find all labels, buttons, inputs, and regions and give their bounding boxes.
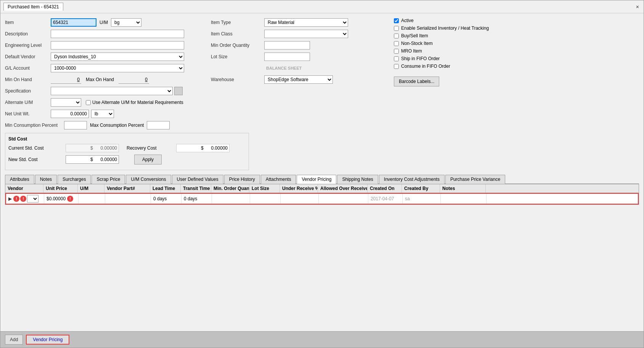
- min-order-qty-label: Min Order Quantity: [211, 43, 264, 48]
- new-std-cost-input[interactable]: [66, 155, 119, 164]
- col-header-lot-size: Lot Size: [249, 184, 280, 193]
- tab-vendor-pricing[interactable]: Vendor Pricing: [297, 175, 336, 184]
- cell-vendor-part: [105, 194, 151, 204]
- tab-price-history[interactable]: Price History: [224, 175, 260, 184]
- um-select[interactable]: bg: [111, 18, 141, 27]
- warehouse-select[interactable]: ShopEdge Software: [264, 75, 333, 84]
- item-class-select[interactable]: [264, 30, 348, 38]
- engineering-input[interactable]: [51, 41, 184, 49]
- bottom-bar: Add Vendor Pricing: [0, 331, 644, 348]
- min-consumption-input[interactable]: [64, 121, 87, 129]
- non-stock-label: Non-Stock Item: [401, 41, 433, 46]
- lot-size-row: Lot Size: [211, 52, 386, 61]
- new-std-cost-label: New Std. Cost: [8, 157, 58, 162]
- col-header-under-receive: Under Receive %: [280, 184, 318, 193]
- engineering-label: Engineering Level: [5, 43, 51, 48]
- specification-color-btn[interactable]: [174, 87, 183, 95]
- vendor-dropdown[interactable]: [27, 195, 39, 203]
- active-checkbox[interactable]: [394, 18, 399, 23]
- recovery-cost-label: Recovery Cost: [127, 145, 169, 151]
- add-button[interactable]: Add: [5, 335, 23, 345]
- item-type-select[interactable]: Raw Material: [264, 18, 348, 27]
- tab-surcharges[interactable]: Surcharges: [58, 175, 91, 184]
- cell-under-receive: [281, 194, 319, 204]
- lot-size-input[interactable]: [264, 53, 310, 61]
- use-alternate-um-label: Use Alternate U/M for Material Requireme…: [92, 100, 183, 105]
- min-max-row: Min On Hand Max On Hand: [5, 75, 203, 84]
- gl-account-select[interactable]: 1000-0000: [51, 64, 184, 72]
- cell-created-by: sa: [403, 194, 441, 204]
- min-order-qty-row: Min Order Quantity: [211, 41, 386, 50]
- consume-fifo-label: Consume in FIFO Order: [401, 64, 450, 69]
- tab-attributes[interactable]: Attributes: [5, 175, 34, 184]
- use-alternate-um-checkbox[interactable]: [86, 100, 91, 105]
- tabs: Attributes Notes Surcharges Scrap Price …: [5, 175, 639, 184]
- net-unit-wt-unit-select[interactable]: lb: [91, 110, 114, 118]
- table-row[interactable]: ▶ ! ! $0.00000 ! 0 days 0 days: [5, 193, 639, 204]
- consume-fifo-checkbox[interactable]: [394, 64, 399, 69]
- min-order-qty-input[interactable]: [264, 41, 310, 49]
- alternate-um-select[interactable]: [51, 98, 81, 107]
- right-column: Active Enable Serialized Inventory / Hea…: [394, 18, 639, 170]
- mro-checkbox[interactable]: [394, 49, 399, 54]
- tab-user-defined[interactable]: User Defined Values: [172, 175, 223, 184]
- tab-um-conversions[interactable]: U/M Conversions: [126, 175, 171, 184]
- cell-unit-price: $0.00000 !: [44, 194, 79, 204]
- item-row: Item U/M bg: [5, 18, 203, 27]
- warehouse-row: Warehouse ShopEdge Software: [211, 75, 386, 84]
- default-vendor-row: Default Vendor Dyson Industries_10: [5, 52, 203, 61]
- cell-lead-time: 0 days: [151, 194, 181, 204]
- buy-sell-label: Buy/Sell Item: [401, 33, 428, 38]
- tab-attachments[interactable]: Attachments: [261, 175, 296, 184]
- col-header-lead-time: Lead Time: [150, 184, 181, 193]
- item-type-row: Item Type Raw Material: [211, 18, 386, 27]
- apply-button[interactable]: Apply: [134, 155, 162, 164]
- min-on-hand-input[interactable]: [51, 75, 81, 84]
- col-header-notes: Notes: [440, 184, 486, 193]
- max-on-hand-label: Max On Hand: [86, 77, 114, 82]
- item-input[interactable]: [51, 18, 96, 27]
- gl-account-row: G/L Account 1000-0000: [5, 64, 203, 73]
- non-stock-checkbox[interactable]: [394, 41, 399, 46]
- active-label: Active: [401, 18, 414, 23]
- specification-row: Specification: [5, 86, 203, 96]
- ship-fifo-checkbox[interactable]: [394, 56, 399, 61]
- enable-serialized-label: Enable Serialized Inventory / Heat Track…: [401, 26, 489, 31]
- enable-serialized-checkbox[interactable]: [394, 26, 399, 31]
- tab-shipping-notes[interactable]: Shipping Notes: [337, 175, 378, 184]
- max-on-hand-input[interactable]: [119, 75, 149, 84]
- barcode-labels-button[interactable]: Barcode Labels...: [394, 77, 439, 86]
- close-button[interactable]: ×: [634, 4, 641, 10]
- tab-purchase-variance[interactable]: Purchase Price Variance: [445, 175, 505, 184]
- tab-scrap-price[interactable]: Scrap Price: [92, 175, 125, 184]
- cell-created-on: 2017-04-07: [368, 194, 403, 204]
- tab-inventory-cost[interactable]: Inventory Cost Adjustments: [379, 175, 445, 184]
- min-on-hand-label: Min On Hand: [5, 77, 51, 82]
- default-vendor-select[interactable]: Dyson Industries_10: [51, 53, 184, 61]
- max-consumption-input[interactable]: [147, 121, 170, 129]
- col-header-created-by: Created By: [402, 184, 440, 193]
- title-bar-left: Purchased Item - 654321: [3, 3, 63, 11]
- buy-sell-checkbox[interactable]: [394, 34, 399, 38]
- cell-lot-size: [250, 194, 281, 204]
- description-input[interactable]: [51, 30, 184, 38]
- net-unit-wt-input[interactable]: [51, 110, 89, 118]
- error-icon-2: !: [20, 196, 26, 202]
- new-std-cost-row: New Std. Cost Apply: [8, 155, 246, 164]
- left-column: Item U/M bg Description Engineering Leve…: [5, 18, 211, 170]
- barcode-labels-container: Barcode Labels...: [394, 77, 639, 86]
- vendor-pricing-button[interactable]: Vendor Pricing: [26, 335, 69, 345]
- consumption-row: Min Consumption Percent Max Consumption …: [5, 121, 203, 130]
- max-consumption-label: Max Consumption Percent: [90, 123, 144, 128]
- ship-fifo-label: Ship in FIFO Order: [401, 56, 440, 61]
- specification-label: Specification: [5, 88, 51, 94]
- buy-sell-row: Buy/Sell Item: [394, 33, 639, 38]
- mro-label: MRO Item: [401, 48, 422, 54]
- title-bar: Purchased Item - 654321 ×: [0, 0, 644, 13]
- row-expand-icon[interactable]: ▶: [8, 196, 12, 201]
- alternate-um-label: Alternate U/M: [5, 100, 51, 105]
- min-consumption-label: Min Consumption Percent: [5, 123, 64, 128]
- tab-notes[interactable]: Notes: [35, 175, 57, 184]
- current-std-cost-input[interactable]: [66, 144, 119, 152]
- specification-select[interactable]: [51, 87, 173, 95]
